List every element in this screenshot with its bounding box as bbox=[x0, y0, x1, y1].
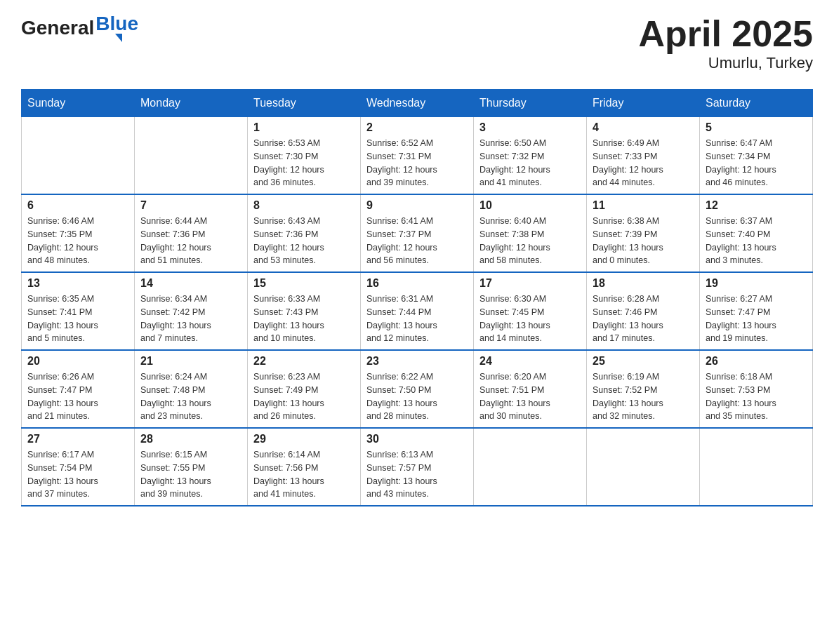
day-info: Sunrise: 6:30 AM Sunset: 7:45 PM Dayligh… bbox=[479, 293, 581, 345]
calendar-day-cell: 30Sunrise: 6:13 AM Sunset: 7:57 PM Dayli… bbox=[361, 428, 474, 506]
calendar-week-row: 6Sunrise: 6:46 AM Sunset: 7:35 PM Daylig… bbox=[22, 194, 813, 272]
calendar-day-cell: 12Sunrise: 6:37 AM Sunset: 7:40 PM Dayli… bbox=[700, 194, 813, 272]
calendar-day-cell: 26Sunrise: 6:18 AM Sunset: 7:53 PM Dayli… bbox=[700, 350, 813, 428]
day-number: 18 bbox=[593, 277, 694, 290]
day-number: 4 bbox=[593, 121, 694, 134]
day-info: Sunrise: 6:31 AM Sunset: 7:44 PM Dayligh… bbox=[366, 293, 468, 345]
day-number: 6 bbox=[27, 199, 128, 212]
logo-blue-part: Blue bbox=[95, 14, 138, 42]
calendar-day-cell: 29Sunrise: 6:14 AM Sunset: 7:56 PM Dayli… bbox=[248, 428, 361, 506]
calendar-day-cell: 14Sunrise: 6:34 AM Sunset: 7:42 PM Dayli… bbox=[135, 272, 248, 350]
calendar-day-cell: 9Sunrise: 6:41 AM Sunset: 7:37 PM Daylig… bbox=[361, 194, 474, 272]
day-number: 5 bbox=[706, 121, 807, 134]
calendar-day-cell: 5Sunrise: 6:47 AM Sunset: 7:34 PM Daylig… bbox=[700, 117, 813, 195]
calendar-table: SundayMondayTuesdayWednesdayThursdayFrid… bbox=[21, 89, 813, 507]
day-number: 14 bbox=[140, 277, 241, 290]
calendar-day-cell: 28Sunrise: 6:15 AM Sunset: 7:55 PM Dayli… bbox=[135, 428, 248, 506]
day-info: Sunrise: 6:50 AM Sunset: 7:32 PM Dayligh… bbox=[479, 137, 581, 189]
day-info: Sunrise: 6:46 AM Sunset: 7:35 PM Dayligh… bbox=[27, 215, 128, 267]
calendar-day-cell bbox=[474, 428, 587, 506]
day-info: Sunrise: 6:19 AM Sunset: 7:52 PM Dayligh… bbox=[593, 370, 694, 423]
day-number: 13 bbox=[27, 277, 128, 290]
day-number: 9 bbox=[366, 199, 468, 212]
day-info: Sunrise: 6:49 AM Sunset: 7:33 PM Dayligh… bbox=[593, 137, 694, 189]
day-number: 28 bbox=[140, 433, 241, 445]
day-info: Sunrise: 6:53 AM Sunset: 7:30 PM Dayligh… bbox=[253, 137, 355, 189]
logo: General Blue bbox=[21, 14, 138, 42]
calendar-week-row: 1Sunrise: 6:53 AM Sunset: 7:30 PM Daylig… bbox=[22, 117, 813, 195]
day-number: 23 bbox=[366, 355, 468, 368]
day-info: Sunrise: 6:27 AM Sunset: 7:47 PM Dayligh… bbox=[706, 293, 807, 345]
day-of-week-header: Sunday bbox=[22, 90, 135, 117]
day-info: Sunrise: 6:18 AM Sunset: 7:53 PM Dayligh… bbox=[706, 370, 807, 423]
calendar-week-row: 20Sunrise: 6:26 AM Sunset: 7:47 PM Dayli… bbox=[22, 350, 813, 428]
calendar-day-cell: 2Sunrise: 6:52 AM Sunset: 7:31 PM Daylig… bbox=[361, 117, 474, 195]
day-info: Sunrise: 6:47 AM Sunset: 7:34 PM Dayligh… bbox=[706, 137, 807, 189]
day-number: 29 bbox=[253, 433, 355, 445]
day-number: 11 bbox=[593, 199, 694, 212]
day-info: Sunrise: 6:35 AM Sunset: 7:41 PM Dayligh… bbox=[27, 293, 128, 345]
calendar-day-cell: 16Sunrise: 6:31 AM Sunset: 7:44 PM Dayli… bbox=[361, 272, 474, 350]
day-number: 22 bbox=[253, 355, 355, 368]
day-number: 25 bbox=[593, 355, 694, 368]
day-of-week-header: Monday bbox=[135, 90, 248, 117]
day-number: 1 bbox=[253, 121, 355, 134]
calendar-day-cell: 25Sunrise: 6:19 AM Sunset: 7:52 PM Dayli… bbox=[587, 350, 700, 428]
day-of-week-header: Saturday bbox=[700, 90, 813, 117]
day-info: Sunrise: 6:22 AM Sunset: 7:50 PM Dayligh… bbox=[366, 370, 468, 423]
day-info: Sunrise: 6:14 AM Sunset: 7:56 PM Dayligh… bbox=[253, 448, 355, 501]
day-number: 27 bbox=[27, 433, 128, 445]
calendar-day-cell: 15Sunrise: 6:33 AM Sunset: 7:43 PM Dayli… bbox=[248, 272, 361, 350]
calendar-day-cell: 22Sunrise: 6:23 AM Sunset: 7:49 PM Dayli… bbox=[248, 350, 361, 428]
calendar-day-cell: 27Sunrise: 6:17 AM Sunset: 7:54 PM Dayli… bbox=[22, 428, 135, 506]
day-info: Sunrise: 6:43 AM Sunset: 7:36 PM Dayligh… bbox=[253, 215, 355, 267]
day-number: 15 bbox=[253, 277, 355, 290]
calendar-day-cell bbox=[700, 428, 813, 506]
day-number: 21 bbox=[140, 355, 241, 368]
calendar-day-cell: 11Sunrise: 6:38 AM Sunset: 7:39 PM Dayli… bbox=[587, 194, 700, 272]
calendar-day-cell: 20Sunrise: 6:26 AM Sunset: 7:47 PM Dayli… bbox=[22, 350, 135, 428]
day-info: Sunrise: 6:15 AM Sunset: 7:55 PM Dayligh… bbox=[140, 448, 241, 501]
day-info: Sunrise: 6:41 AM Sunset: 7:37 PM Dayligh… bbox=[366, 215, 468, 267]
day-info: Sunrise: 6:20 AM Sunset: 7:51 PM Dayligh… bbox=[479, 370, 581, 423]
day-info: Sunrise: 6:44 AM Sunset: 7:36 PM Dayligh… bbox=[140, 215, 241, 267]
logo-arrow-icon bbox=[115, 34, 122, 42]
day-number: 3 bbox=[479, 121, 581, 134]
page-header: General Blue April 2025 Umurlu, Turkey bbox=[21, 14, 813, 72]
day-number: 24 bbox=[479, 355, 581, 368]
calendar-day-cell: 21Sunrise: 6:24 AM Sunset: 7:48 PM Dayli… bbox=[135, 350, 248, 428]
day-of-week-header: Wednesday bbox=[361, 90, 474, 117]
calendar-day-cell: 7Sunrise: 6:44 AM Sunset: 7:36 PM Daylig… bbox=[135, 194, 248, 272]
day-info: Sunrise: 6:24 AM Sunset: 7:48 PM Dayligh… bbox=[140, 370, 241, 423]
title-block: April 2025 Umurlu, Turkey bbox=[638, 14, 813, 72]
day-info: Sunrise: 6:34 AM Sunset: 7:42 PM Dayligh… bbox=[140, 293, 241, 345]
day-number: 12 bbox=[706, 199, 807, 212]
calendar-day-cell: 8Sunrise: 6:43 AM Sunset: 7:36 PM Daylig… bbox=[248, 194, 361, 272]
calendar-day-cell: 3Sunrise: 6:50 AM Sunset: 7:32 PM Daylig… bbox=[474, 117, 587, 195]
calendar-week-row: 13Sunrise: 6:35 AM Sunset: 7:41 PM Dayli… bbox=[22, 272, 813, 350]
calendar-day-cell: 19Sunrise: 6:27 AM Sunset: 7:47 PM Dayli… bbox=[700, 272, 813, 350]
day-number: 2 bbox=[366, 121, 468, 134]
day-number: 26 bbox=[706, 355, 807, 368]
day-number: 7 bbox=[140, 199, 241, 212]
day-of-week-header: Friday bbox=[587, 90, 700, 117]
day-info: Sunrise: 6:37 AM Sunset: 7:40 PM Dayligh… bbox=[706, 215, 807, 267]
calendar-day-cell: 10Sunrise: 6:40 AM Sunset: 7:38 PM Dayli… bbox=[474, 194, 587, 272]
day-number: 16 bbox=[366, 277, 468, 290]
day-info: Sunrise: 6:26 AM Sunset: 7:47 PM Dayligh… bbox=[27, 370, 128, 423]
logo-general-text: General bbox=[21, 17, 94, 39]
day-info: Sunrise: 6:52 AM Sunset: 7:31 PM Dayligh… bbox=[366, 137, 468, 189]
day-number: 8 bbox=[253, 199, 355, 212]
calendar-day-cell bbox=[587, 428, 700, 506]
calendar-day-cell: 17Sunrise: 6:30 AM Sunset: 7:45 PM Dayli… bbox=[474, 272, 587, 350]
calendar-day-cell: 18Sunrise: 6:28 AM Sunset: 7:46 PM Dayli… bbox=[587, 272, 700, 350]
day-info: Sunrise: 6:33 AM Sunset: 7:43 PM Dayligh… bbox=[253, 293, 355, 345]
calendar-day-cell bbox=[22, 117, 135, 195]
calendar-day-cell bbox=[135, 117, 248, 195]
day-info: Sunrise: 6:38 AM Sunset: 7:39 PM Dayligh… bbox=[593, 215, 694, 267]
calendar-day-cell: 13Sunrise: 6:35 AM Sunset: 7:41 PM Dayli… bbox=[22, 272, 135, 350]
calendar-header-row: SundayMondayTuesdayWednesdayThursdayFrid… bbox=[22, 90, 813, 117]
day-number: 20 bbox=[27, 355, 128, 368]
calendar-week-row: 27Sunrise: 6:17 AM Sunset: 7:54 PM Dayli… bbox=[22, 428, 813, 506]
day-info: Sunrise: 6:28 AM Sunset: 7:46 PM Dayligh… bbox=[593, 293, 694, 345]
